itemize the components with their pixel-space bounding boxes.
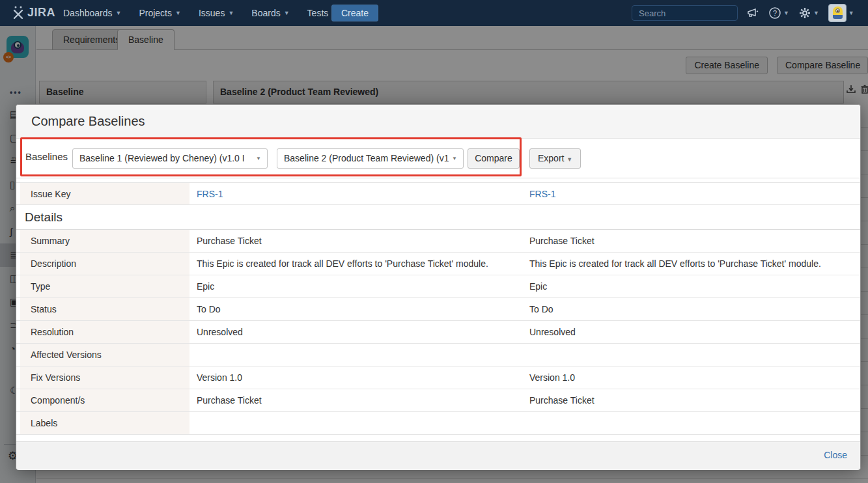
- issue-key-link[interactable]: FRS-1: [197, 189, 223, 199]
- compare-baselines-dialog: Compare Baselines Baselines Baseline 1 (…: [16, 104, 861, 470]
- chevron-down-icon: ▼: [175, 10, 181, 16]
- details-section-title: Details: [16, 205, 860, 230]
- row-label: Labels: [20, 412, 189, 434]
- row-value-baseline1: This Epic is created for track all DEV e…: [189, 253, 529, 275]
- megaphone-icon: [746, 7, 759, 19]
- chevron-down-icon: ▼: [783, 10, 789, 16]
- chevron-down-icon: ▼: [284, 10, 290, 16]
- dialog-toolbar: Baselines Baseline 1 (Reviewed by Cheney…: [16, 139, 860, 178]
- chevron-down-icon: ▼: [452, 149, 457, 168]
- table-row: Fix Versions Version 1.0 Version 1.0: [16, 366, 860, 389]
- row-value-baseline1: [189, 344, 529, 366]
- nav-menu: Dashboards▼ Projects▼ Issues▼ Boards▼ Te…: [63, 0, 337, 26]
- row-value-baseline2: To Do: [529, 298, 860, 320]
- row-value-baseline2: Version 1.0: [529, 366, 860, 389]
- jira-logo-text: JIRA: [27, 6, 55, 20]
- navbar-icons: ? ▼ ▼: [746, 0, 854, 26]
- row-label: Description: [20, 253, 189, 275]
- help-icon: ?: [768, 7, 781, 20]
- row-label: Component/s: [20, 389, 189, 411]
- user-menu-button[interactable]: ▼: [828, 4, 854, 22]
- row-label: Affected Versions: [20, 344, 189, 366]
- row-label: Type: [20, 275, 189, 297]
- row-label: Resolution: [20, 321, 189, 343]
- search-box: [632, 5, 738, 21]
- baseline2-select[interactable]: Baseline 2 (Product Team Reviewed) (v1 ▼: [277, 148, 464, 169]
- row-value-baseline1: Epic: [189, 275, 529, 297]
- user-avatar: [828, 4, 847, 22]
- jira-logo-icon: [12, 5, 25, 20]
- row-value-baseline2: Epic: [529, 275, 860, 297]
- dialog-header: Compare Baselines: [16, 105, 860, 139]
- dialog-title: Compare Baselines: [31, 114, 145, 129]
- screen: JIRA Dashboards▼ Projects▼ Issues▼ Board…: [0, 0, 868, 483]
- chevron-down-icon: ▼: [848, 10, 854, 16]
- table-row: Component/s Purchase Ticket Purchase Tic…: [16, 389, 860, 412]
- baseline1-select[interactable]: Baseline 1 (Reviewed by Cheney) (v1.0 I …: [72, 148, 268, 169]
- top-navbar: JIRA Dashboards▼ Projects▼ Issues▼ Board…: [0, 0, 868, 26]
- nav-item-dashboards[interactable]: Dashboards▼: [63, 8, 121, 18]
- row-value-baseline1: Purchase Ticket: [189, 230, 529, 252]
- table-row: Summary Purchase Ticket Purchase Ticket: [16, 230, 860, 253]
- export-button[interactable]: Export ▼: [529, 148, 581, 169]
- table-row: Labels: [16, 412, 860, 435]
- nav-item-issues[interactable]: Issues▼: [199, 8, 234, 18]
- row-value-baseline2: Purchase Ticket: [529, 230, 860, 252]
- row-label: Summary: [20, 230, 189, 252]
- nav-item-projects[interactable]: Projects▼: [139, 8, 181, 18]
- row-value-baseline2: Purchase Ticket: [529, 389, 860, 411]
- table-row: Affected Versions: [16, 344, 860, 366]
- row-value-baseline1: Unresolved: [189, 321, 529, 343]
- chevron-down-icon: ▼: [567, 156, 572, 163]
- create-button[interactable]: Create: [331, 5, 378, 21]
- row-value-baseline2: [529, 412, 860, 434]
- gear-icon: [798, 7, 811, 20]
- settings-menu-button[interactable]: ▼: [798, 7, 819, 20]
- row-label: Fix Versions: [20, 366, 189, 389]
- help-menu-button[interactable]: ? ▼: [768, 7, 789, 20]
- row-value-baseline2: [529, 344, 860, 366]
- nav-item-boards[interactable]: Boards▼: [251, 8, 289, 18]
- table-row: Issue Key FRS-1 FRS-1: [16, 182, 860, 205]
- chevron-down-icon: ▼: [813, 10, 819, 16]
- search-input[interactable]: [632, 8, 756, 18]
- comparison-table: Issue Key FRS-1 FRS-1 Details Summary Pu…: [16, 182, 860, 435]
- table-row: Description This Epic is created for tra…: [16, 253, 860, 275]
- chevron-down-icon: ▼: [228, 10, 234, 16]
- close-link[interactable]: Close: [824, 450, 847, 460]
- table-row: Resolution Unresolved Unresolved: [16, 321, 860, 344]
- row-label: Issue Key: [20, 183, 189, 204]
- row-value-baseline1: Purchase Ticket: [189, 389, 529, 411]
- baselines-label: Baselines: [25, 151, 68, 162]
- row-value-baseline2: Unresolved: [529, 321, 860, 343]
- row-value-baseline1: [189, 412, 529, 434]
- announcement-button[interactable]: [746, 7, 759, 19]
- issue-key-link[interactable]: FRS-1: [529, 189, 555, 199]
- svg-text:?: ?: [773, 9, 777, 17]
- table-row: Status To Do To Do: [16, 298, 860, 321]
- row-value-baseline1: To Do: [189, 298, 529, 320]
- row-value-baseline1: Version 1.0: [189, 366, 529, 389]
- compare-button[interactable]: Compare: [468, 148, 520, 169]
- chevron-down-icon: ▼: [116, 10, 122, 16]
- chevron-down-icon: ▼: [256, 149, 261, 168]
- dialog-footer: Close: [16, 441, 860, 470]
- jira-logo[interactable]: JIRA: [12, 5, 55, 20]
- row-label: Status: [20, 298, 189, 320]
- row-value-baseline2: This Epic is created for track all DEV e…: [529, 253, 860, 275]
- table-row: Type Epic Epic: [16, 275, 860, 298]
